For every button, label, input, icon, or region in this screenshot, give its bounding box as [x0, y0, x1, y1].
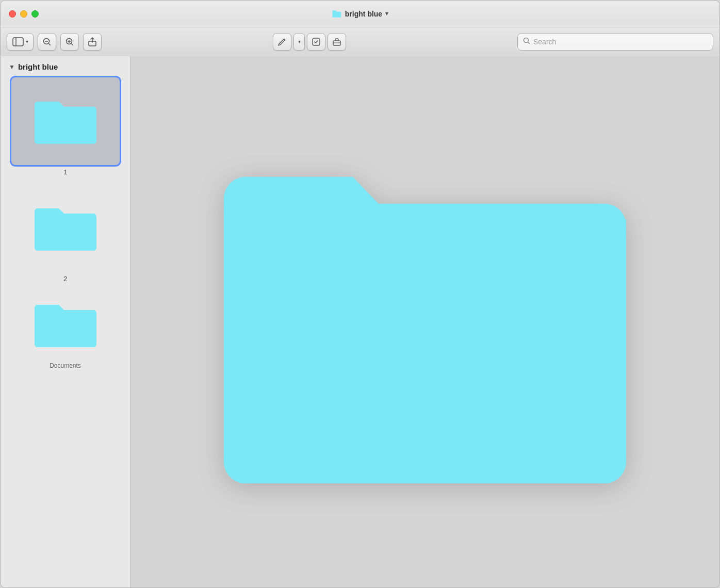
sidebar-item-label-1: 1 — [63, 168, 67, 176]
sidebar-item[interactable]: 1 — [5, 77, 126, 180]
title-bar: bright blue ▾ — [1, 1, 719, 27]
sidebar-toggle-chevron: ▾ — [26, 39, 28, 44]
folder-icon-small-1 — [32, 95, 99, 147]
svg-line-4 — [49, 43, 51, 45]
traffic-lights — [9, 10, 39, 18]
share-button[interactable] — [83, 33, 102, 51]
sidebar-title: bright blue — [18, 62, 58, 71]
svg-rect-0 — [13, 38, 23, 46]
minimize-button[interactable] — [20, 10, 27, 18]
pen-button[interactable] — [273, 33, 291, 51]
svg-point-13 — [524, 38, 529, 43]
folder-title-icon — [332, 9, 342, 19]
window-title-text: bright blue — [345, 10, 382, 18]
sidebar-item-thumbnail-3[interactable] — [11, 291, 120, 358]
sidebar-item-3[interactable] — [5, 291, 126, 358]
svg-line-14 — [528, 42, 530, 44]
sidebar-items-list: 1 2 — [1, 75, 130, 360]
search-box[interactable]: Search — [517, 33, 713, 51]
pen-dropdown-button[interactable]: ▾ — [293, 33, 305, 51]
sidebar: ▼ bright blue 1 — [1, 56, 130, 588]
svg-line-8 — [72, 43, 74, 45]
zoom-out-button[interactable] — [38, 33, 56, 51]
sidebar-header: ▼ bright blue — [1, 56, 130, 75]
search-placeholder: Search — [533, 38, 556, 46]
folder-icon-small-2 — [32, 202, 99, 254]
canvas-area — [130, 56, 719, 588]
window-title: bright blue ▾ — [332, 9, 388, 19]
action-share-button[interactable] — [307, 33, 325, 51]
toolbar: ▾ ▾ — [1, 27, 719, 56]
sidebar-item-2[interactable]: 2 — [5, 184, 126, 287]
sidebar-toggle-button[interactable]: ▾ — [7, 33, 34, 51]
pen-dropdown-chevron-icon: ▾ — [298, 39, 301, 44]
folder-icon-large — [214, 152, 636, 493]
main-layout: ▼ bright blue 1 — [1, 56, 719, 588]
briefcase-button[interactable] — [328, 33, 346, 51]
sidebar-item-thumbnail-1[interactable] — [11, 77, 120, 165]
folder-icon-small-3 — [32, 299, 99, 350]
sidebar-item-thumbnail-2[interactable] — [11, 184, 120, 272]
sidebar-bottom-label: Documents — [1, 360, 130, 372]
center-toolbar-group: ▾ — [273, 33, 346, 51]
zoom-in-button[interactable] — [60, 33, 79, 51]
sidebar-item-label-2: 2 — [63, 275, 67, 283]
close-button[interactable] — [9, 10, 16, 18]
title-chevron-icon[interactable]: ▾ — [385, 10, 388, 17]
search-icon — [523, 37, 530, 46]
zoom-button[interactable] — [31, 10, 39, 18]
sidebar-chevron-icon: ▼ — [9, 63, 15, 71]
